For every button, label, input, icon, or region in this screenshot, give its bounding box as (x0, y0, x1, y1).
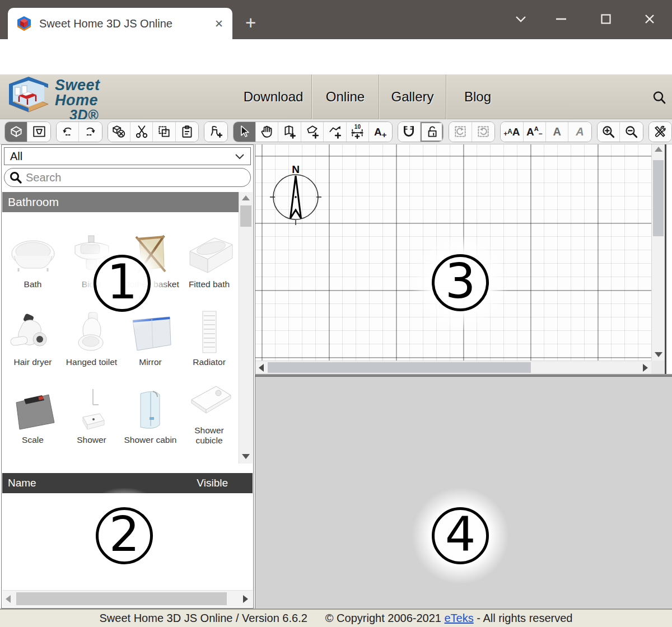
create-dimensions-button[interactable]: 10 (347, 122, 369, 142)
cut-button[interactable] (130, 122, 153, 142)
paste-button[interactable] (176, 122, 198, 142)
catalog-item-fitted-bath[interactable]: Fitted bath (180, 214, 239, 292)
scroll-down-arrow[interactable] (242, 454, 250, 459)
shower-thumbnail (67, 369, 116, 435)
catalog-item-partial-4[interactable] (180, 447, 239, 471)
fitted-bath-thumbnail (183, 214, 236, 279)
window-maximize-button[interactable] (595, 9, 617, 29)
furniture-catalog-panel: All Bathroom Bath Bidet (1, 144, 254, 609)
soap-dispenser-thumbnail (185, 447, 234, 471)
catalog-item-bidet[interactable]: Bidet (62, 214, 121, 292)
delete-button[interactable] (108, 122, 130, 142)
sweet-home-3d-logo-icon[interactable] (3, 76, 54, 118)
add-text-button[interactable]: A+ (369, 122, 391, 142)
eteks-link[interactable]: eTeks (444, 612, 473, 624)
scroll-left-arrow[interactable] (6, 595, 11, 603)
create-polylines-button[interactable] (324, 122, 346, 142)
scrollbar-thumb[interactable] (653, 160, 664, 236)
cut-icon (134, 124, 149, 139)
pan-mode-button[interactable] (256, 122, 278, 142)
plan-horizontal-scrollbar[interactable] (255, 361, 651, 374)
catalog-item-label: Scale (22, 435, 44, 445)
search-input[interactable] (26, 171, 233, 184)
new-tab-button[interactable]: + (245, 12, 256, 34)
catalog-item-partial-1[interactable] (3, 447, 62, 471)
scrollbar-thumb[interactable] (240, 205, 251, 227)
aerial-view-button[interactable] (5, 122, 27, 142)
increase-text-size-button[interactable]: +AA (501, 122, 523, 142)
undo-icon (60, 124, 75, 139)
create-walls-button[interactable] (278, 122, 301, 142)
catalog-item-clothes-basket[interactable]: Clothes basket (121, 214, 180, 292)
furniture-list-body[interactable] (2, 493, 253, 590)
catalog-item-bath[interactable]: Bath (3, 214, 62, 292)
scroll-left-arrow[interactable] (259, 364, 264, 372)
search-icon (9, 171, 22, 184)
plan-canvas[interactable]: N (255, 144, 651, 361)
category-header-bathroom[interactable]: Bathroom (2, 192, 239, 212)
tab-close-icon[interactable]: ✕ (214, 17, 223, 30)
catalog-item-partial-3[interactable] (121, 447, 180, 471)
lock-base-plan-button[interactable] (421, 122, 443, 142)
scrollbar-thumb[interactable] (16, 592, 227, 605)
add-furniture-button[interactable] (204, 122, 227, 142)
compass-icon[interactable]: N (268, 163, 324, 228)
catalog-vertical-scrollbar[interactable] (239, 192, 253, 464)
plan-vertical-scrollbar[interactable] (651, 144, 665, 361)
undo-button[interactable] (57, 122, 79, 142)
site-logo-text[interactable]: Sweet Home 3D® (55, 78, 100, 122)
column-visible[interactable]: Visible (197, 477, 228, 489)
catalog-item-shower-cabin[interactable]: Shower cabin (121, 369, 180, 447)
browser-tab[interactable]: Sweet Home 3D JS Online ✕ (8, 8, 232, 39)
catalog-item-shower-cubicle[interactable]: Shower cubicle (180, 369, 239, 447)
catalog-item-label: Fitted bath (189, 279, 230, 289)
scroll-right-arrow[interactable] (643, 364, 648, 372)
catalog-item-hair-dryer[interactable]: Hair dryer (3, 292, 62, 369)
redo-button[interactable] (79, 122, 101, 142)
zoom-out-icon (624, 124, 638, 139)
furniture-list-horizontal-scrollbar[interactable] (2, 590, 253, 607)
window-close-button[interactable] (638, 9, 661, 29)
catalog-item-mirror[interactable]: Mirror (121, 292, 180, 369)
shower-head-thumbnail (67, 447, 116, 471)
bold-button[interactable]: A (546, 122, 568, 142)
create-rooms-button[interactable] (301, 122, 324, 142)
catalog-item-hanged-toilet[interactable]: Hanged toilet (62, 292, 121, 369)
magnetism-button[interactable] (398, 122, 421, 142)
preferences-button[interactable] (649, 122, 671, 142)
catalog-item-shower[interactable]: Shower (62, 369, 121, 447)
scroll-up-arrow[interactable] (655, 147, 662, 152)
copy-button[interactable] (153, 122, 175, 142)
rotate-cw-button[interactable] (472, 122, 494, 142)
zoom-out-button[interactable] (620, 122, 642, 142)
zoom-in-button[interactable] (598, 122, 620, 142)
scrollbar-thumb[interactable] (268, 362, 531, 373)
site-nav: Download Online Gallery Blog (235, 74, 509, 119)
nav-download[interactable]: Download (235, 74, 312, 119)
scroll-right-arrow[interactable] (243, 595, 248, 603)
rotate-ccw-button[interactable] (449, 122, 472, 142)
select-mode-button[interactable] (234, 122, 256, 142)
hair-dryer-thumbnail (8, 292, 58, 357)
italic-button[interactable]: A (568, 122, 591, 142)
window-chevron-button[interactable] (510, 9, 532, 29)
window-minimize-button[interactable] (550, 9, 572, 29)
catalog-item-radiator[interactable]: Radiator (180, 292, 239, 369)
column-name[interactable]: Name (8, 477, 36, 489)
virtual-visit-button[interactable] (27, 122, 50, 142)
nav-gallery[interactable]: Gallery (379, 74, 446, 119)
minimize-icon (556, 18, 567, 20)
catalog-search-box[interactable] (4, 168, 251, 187)
site-search-icon[interactable] (652, 90, 666, 105)
decrease-text-size-button[interactable]: AA− (524, 122, 546, 142)
catalog-item-scale[interactable]: Scale (3, 369, 62, 447)
category-filter-select[interactable]: All (4, 147, 251, 165)
nav-blog[interactable]: Blog (446, 74, 509, 119)
nav-online[interactable]: Online (312, 74, 379, 119)
scroll-down-arrow[interactable] (655, 352, 662, 357)
catalog-item-partial-2[interactable] (62, 447, 121, 471)
catalog-item-label: Radiator (193, 357, 226, 367)
scroll-up-arrow[interactable] (242, 195, 250, 200)
view-3d-panel[interactable] (255, 377, 672, 609)
unlock-icon (424, 124, 439, 139)
